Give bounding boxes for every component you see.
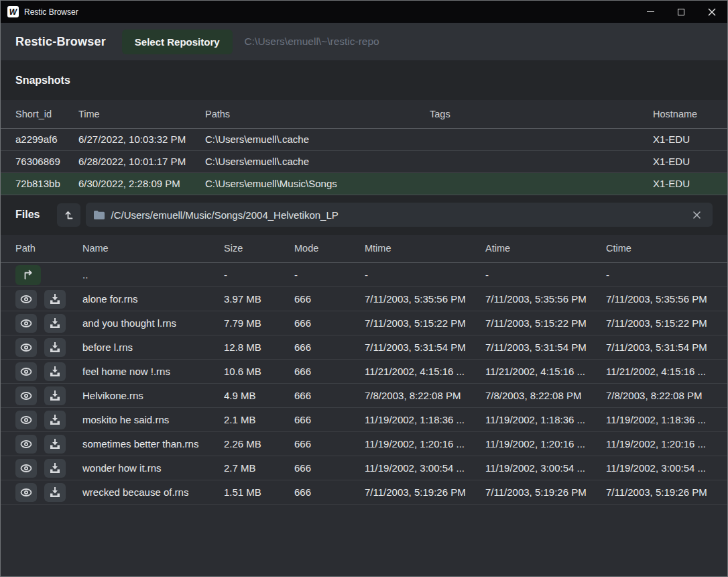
minimize-button[interactable] <box>635 1 666 23</box>
parent-directory-row: .. - - - - - <box>1 263 728 287</box>
download-file-button[interactable] <box>44 386 66 405</box>
snapshot-row[interactable]: 76306869 6/28/2022, 10:01:17 PM C:\Users… <box>1 150 728 172</box>
snapshots-title: Snapshots <box>15 74 70 87</box>
snapshot-row[interactable]: a2299af6 6/27/2022, 10:03:32 PM C:\Users… <box>1 128 728 150</box>
download-file-button[interactable] <box>44 435 66 454</box>
file-atime: 11/21/2002, 4:15:16 ... <box>485 360 606 384</box>
download-file-button[interactable] <box>44 338 66 357</box>
column-header-name: Name <box>82 235 224 263</box>
select-repository-button[interactable]: Select Repository <box>122 30 233 54</box>
close-button[interactable] <box>696 1 727 23</box>
file-name: sometimes better than.rns <box>82 432 224 456</box>
go-up-button[interactable] <box>15 265 41 285</box>
download-icon <box>50 487 60 497</box>
download-file-button[interactable] <box>44 314 66 333</box>
close-icon <box>708 8 716 16</box>
file-mode: 666 <box>294 311 365 335</box>
file-size: 7.79 MB <box>224 311 294 335</box>
preview-file-button[interactable] <box>15 411 37 429</box>
download-file-button[interactable] <box>44 290 66 309</box>
parent-directory-button[interactable] <box>57 203 80 227</box>
column-header-mode: Mode <box>294 235 365 263</box>
file-atime: 7/11/2003, 5:35:56 PM <box>485 287 606 311</box>
minimize-icon <box>647 11 654 12</box>
file-size: 10.6 MB <box>224 360 294 384</box>
column-header-size: Size <box>224 235 294 263</box>
download-file-button[interactable] <box>44 483 66 502</box>
file-mtime: 7/11/2003, 5:31:54 PM <box>365 335 485 360</box>
file-name: alone for.rns <box>82 287 224 311</box>
snapshot-tags <box>430 172 653 195</box>
file-row: moskito he said.rns 2.1 MB 666 11/19/200… <box>1 408 728 432</box>
download-file-button[interactable] <box>44 411 66 429</box>
files-title: Files <box>15 209 40 221</box>
preview-file-button[interactable] <box>15 338 37 357</box>
file-row: Helvikone.rns 4.9 MB 666 7/8/2003, 8:22:… <box>1 384 728 408</box>
file-name: feel home now !.rns <box>82 360 224 384</box>
file-size: - <box>224 263 294 287</box>
snapshot-paths: C:\Users\emuell\Music\Songs <box>205 172 430 195</box>
maximize-icon <box>678 9 684 15</box>
snapshot-hostname: X1-EDU <box>653 150 728 172</box>
file-row: before l.rns 12.8 MB 666 7/11/2003, 5:31… <box>1 335 728 360</box>
file-atime: 11/19/2002, 1:20:16 ... <box>485 432 606 456</box>
preview-file-button[interactable] <box>15 435 37 454</box>
file-mtime: 7/11/2003, 5:35:56 PM <box>365 287 485 311</box>
file-size: 2.1 MB <box>224 408 294 432</box>
download-icon <box>50 439 60 449</box>
file-row-actions <box>1 480 82 505</box>
clear-path-icon <box>693 211 701 219</box>
file-row-actions <box>1 335 82 360</box>
file-mode: 666 <box>294 432 365 456</box>
file-row-actions <box>1 287 82 311</box>
snapshot-row[interactable]: 72b813bb 6/30/2022, 2:28:09 PM C:\Users\… <box>1 172 728 195</box>
file-size: 3.97 MB <box>224 287 294 311</box>
download-file-button[interactable] <box>44 459 66 478</box>
download-file-button[interactable] <box>44 362 66 381</box>
file-mtime: 11/19/2002, 1:18:36 ... <box>365 408 485 432</box>
snapshot-paths: C:\Users\emuell\.cache <box>205 150 430 172</box>
file-ctime: 7/11/2003, 5:31:54 PM <box>606 335 728 360</box>
file-name: and you thought l.rns <box>82 311 224 335</box>
column-header-path: Path <box>1 235 82 263</box>
snapshots-header-row: Short_id Time Paths Tags Hostname <box>1 100 728 128</box>
parent-row-actions <box>1 263 82 287</box>
file-mtime: 11/19/2002, 3:00:54 ... <box>365 456 485 480</box>
file-row: sometimes better than.rns 2.26 MB 666 11… <box>1 432 728 456</box>
column-header-time: Time <box>78 100 205 128</box>
file-mtime: - <box>365 263 485 287</box>
file-atime: 7/11/2003, 5:19:26 PM <box>485 480 606 505</box>
window-controls <box>635 1 727 23</box>
file-row-actions <box>1 384 82 408</box>
files-header-row: Path Name Size Mode Mtime Atime Ctime <box>1 235 728 263</box>
file-row: wrecked because of.rns 1.51 MB 666 7/11/… <box>1 480 728 505</box>
eye-icon <box>20 392 32 400</box>
snapshots-band: Snapshots <box>1 61 727 100</box>
preview-file-button[interactable] <box>15 483 37 502</box>
clear-path-button[interactable] <box>688 207 705 223</box>
download-icon <box>50 342 60 352</box>
maximize-button[interactable] <box>666 1 696 23</box>
current-path-input[interactable]: /C/Users/emuell/Music/Songs/2004_Helveti… <box>86 203 713 227</box>
snapshot-hostname: X1-EDU <box>653 128 728 150</box>
preview-file-button[interactable] <box>15 459 37 478</box>
column-header-hostname: Hostname <box>653 100 728 128</box>
file-row-actions <box>1 408 82 432</box>
file-ctime: 11/19/2002, 1:18:36 ... <box>606 408 728 432</box>
eye-icon <box>20 440 32 448</box>
file-name: wonder how it.rns <box>82 456 224 480</box>
app-window: W Restic Browser Restic-Browser Select R… <box>0 0 728 577</box>
eye-icon <box>20 295 32 303</box>
file-atime: 11/19/2002, 3:00:54 ... <box>485 456 606 480</box>
snapshot-tags <box>430 150 653 172</box>
file-name: .. <box>82 263 224 287</box>
snapshot-time: 6/27/2022, 10:03:32 PM <box>78 128 205 150</box>
file-size: 1.51 MB <box>224 480 294 505</box>
preview-file-button[interactable] <box>15 314 37 333</box>
preview-file-button[interactable] <box>15 386 37 405</box>
file-atime: 7/8/2003, 8:22:08 PM <box>485 384 606 408</box>
preview-file-button[interactable] <box>15 362 37 381</box>
column-header-paths: Paths <box>205 100 430 128</box>
files-band: Files /C/Users/emuell/Music/Songs/2004_H… <box>1 195 727 235</box>
preview-file-button[interactable] <box>15 290 37 309</box>
